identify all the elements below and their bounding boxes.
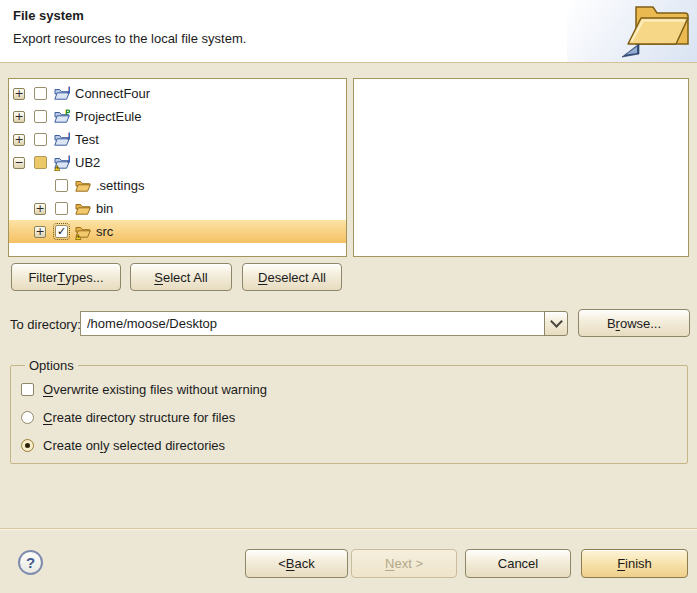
- java-project-folder-icon: J: [54, 132, 70, 148]
- option-radio[interactable]: [21, 439, 34, 452]
- tree-item-label: ProjectEule: [75, 109, 141, 124]
- to-directory-label: To directory:: [10, 317, 81, 332]
- tree-checkbox[interactable]: [55, 202, 68, 215]
- tree-item-label: .settings: [96, 178, 144, 193]
- browse-button[interactable]: Browse...: [578, 309, 690, 337]
- tree-row[interactable]: −JUB2: [9, 151, 346, 174]
- option-row[interactable]: Create only selected directories: [21, 431, 687, 459]
- svg-text:J: J: [67, 86, 70, 94]
- export-wizard-dialog: File system Export resources to the loca…: [0, 0, 697, 593]
- svg-text:P: P: [65, 109, 70, 117]
- resource-tree[interactable]: +JConnectFour+PProjectEule+JTest−JUB2.se…: [8, 78, 347, 257]
- tree-checkbox[interactable]: [34, 87, 47, 100]
- tree-checkbox[interactable]: [34, 110, 47, 123]
- option-label: Create directory structure for files: [43, 410, 235, 425]
- footer-divider: [0, 528, 697, 529]
- java-project-folder-icon: J: [54, 86, 70, 102]
- directory-input[interactable]: [80, 311, 545, 336]
- tree-checkbox[interactable]: [34, 156, 47, 169]
- folder-icon: [75, 178, 91, 194]
- help-button[interactable]: ?: [18, 550, 43, 575]
- tree-item-label: UB2: [75, 155, 100, 170]
- filter-types-button[interactable]: Filter Types...: [11, 263, 121, 291]
- option-row[interactable]: Create directory structure for files: [21, 403, 687, 431]
- tree-checkbox[interactable]: [55, 179, 68, 192]
- tree-item-label: ConnectFour: [75, 86, 150, 101]
- tree-item-label: src: [96, 224, 113, 239]
- expand-icon[interactable]: +: [34, 226, 46, 238]
- select-all-button[interactable]: Select All: [130, 263, 232, 291]
- expand-icon[interactable]: +: [13, 134, 25, 146]
- tree-row[interactable]: +bin: [9, 197, 346, 220]
- project-folder-p-icon: P: [54, 109, 70, 125]
- svg-text:J: J: [67, 155, 70, 163]
- option-label: Create only selected directories: [43, 438, 225, 453]
- tree-row[interactable]: +JConnectFour: [9, 82, 346, 105]
- export-folder-icon: [622, 3, 692, 59]
- directory-dropdown-button[interactable]: [544, 311, 568, 336]
- svg-text:J: J: [67, 132, 70, 140]
- tree-row[interactable]: +✓src: [9, 220, 346, 243]
- tree-row[interactable]: +JTest: [9, 128, 346, 151]
- tree-row[interactable]: +PProjectEule: [9, 105, 346, 128]
- expand-icon[interactable]: +: [13, 111, 25, 123]
- file-list-panel[interactable]: [353, 78, 689, 257]
- tree-checkbox[interactable]: ✓: [55, 225, 68, 238]
- option-checkbox[interactable]: [21, 383, 34, 396]
- collapse-icon[interactable]: −: [13, 157, 25, 169]
- option-radio[interactable]: [21, 411, 34, 424]
- chevron-down-icon: [550, 315, 563, 328]
- next-button[interactable]: Next >: [351, 549, 457, 578]
- tree-item-label: bin: [96, 201, 113, 216]
- tree-checkbox[interactable]: [34, 133, 47, 146]
- options-body: Overwrite existing files without warning…: [21, 375, 687, 459]
- wizard-header: File system Export resources to the loca…: [0, 0, 697, 63]
- finish-button[interactable]: Finish: [581, 549, 688, 578]
- option-row[interactable]: Overwrite existing files without warning: [21, 375, 687, 403]
- back-button[interactable]: < Back: [245, 549, 348, 578]
- page-subtitle: Export resources to the local file syste…: [13, 31, 246, 46]
- folder-warning-icon: [75, 224, 91, 240]
- deselect-all-button[interactable]: Deselect All: [242, 263, 342, 291]
- options-legend: Options: [25, 358, 78, 373]
- cancel-button[interactable]: Cancel: [465, 549, 571, 578]
- options-group: Options Overwrite existing files without…: [10, 358, 688, 464]
- expand-icon[interactable]: +: [34, 203, 46, 215]
- tree-item-label: Test: [75, 132, 99, 147]
- folder-icon: [75, 201, 91, 217]
- option-label: Overwrite existing files without warning: [43, 382, 267, 397]
- tree-row[interactable]: .settings: [9, 174, 346, 197]
- java-project-folder-warning-icon: J: [54, 155, 70, 171]
- page-title: File system: [13, 8, 84, 23]
- expand-icon[interactable]: +: [13, 88, 25, 100]
